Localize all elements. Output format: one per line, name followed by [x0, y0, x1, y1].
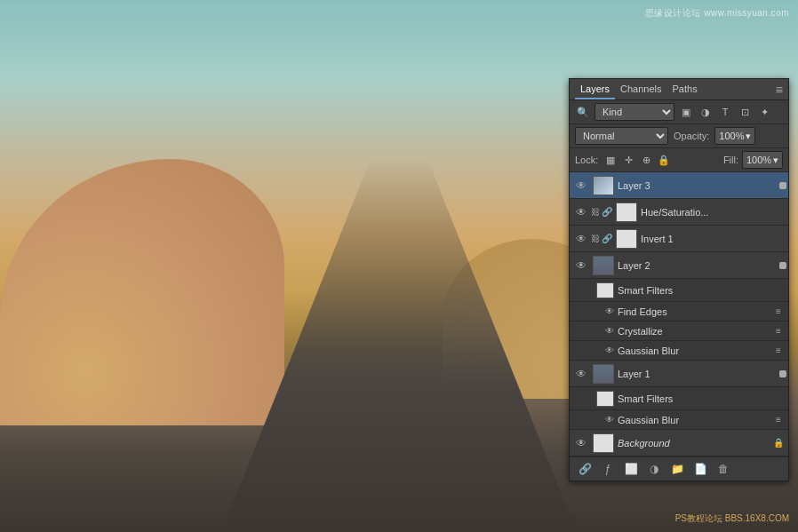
- panel-tab-bar: Layers Channels Paths ≡: [570, 79, 788, 100]
- fill-field[interactable]: 100% ▾: [742, 151, 783, 169]
- lock-artboards-icon[interactable]: ⊕: [639, 153, 653, 167]
- link-layers-icon[interactable]: 🔗: [577, 461, 593, 477]
- thumbnail-layer2: [593, 256, 614, 275]
- thumbnail-background: [593, 433, 614, 453]
- fill-label: Fill:: [723, 155, 738, 165]
- layer-item-smart-filters-2[interactable]: Smart Filters: [570, 279, 788, 302]
- scroll-indicator-layer3: [779, 182, 786, 189]
- visibility-icon-layer2[interactable]: 👁: [573, 258, 589, 274]
- visibility-icon-gaussian-blur-2[interactable]: 👁: [602, 343, 618, 359]
- layer-name-smart-filters-1: Smart Filters: [618, 393, 785, 404]
- thumbnail-hue-sat: [616, 202, 637, 222]
- filter-icons-gaussian-blur-1: ≡: [772, 414, 785, 426]
- layer-name-crystallize: Crystallize: [618, 326, 772, 337]
- fill-section: Fill: 100% ▾: [723, 151, 783, 169]
- layer-item-layer3[interactable]: 👁 Layer 3: [570, 172, 788, 199]
- link-icon-hue-sat: 🔗: [602, 207, 612, 217]
- pixel-layer-icon[interactable]: ▣: [678, 104, 694, 120]
- tab-layers[interactable]: Layers: [575, 80, 615, 99]
- scroll-indicator-layer1: [779, 370, 786, 377]
- watermark-bottom: PS教程论坛 BBS.16X8.COM: [675, 512, 789, 525]
- watermark-top: 思缘设计论坛 www.missyuan.com: [645, 7, 789, 20]
- layer-item-crystallize[interactable]: 👁 Crystallize ≡: [570, 322, 788, 341]
- layers-panel: Layers Channels Paths ≡ 🔍 Kind ▣ ◑ T ⊡ ✦…: [569, 78, 789, 481]
- layer-name-layer2: Layer 2: [618, 260, 785, 271]
- visibility-icon-background[interactable]: 👁: [573, 435, 589, 451]
- smart-object-icon[interactable]: ✦: [756, 104, 772, 120]
- visibility-icon-find-edges[interactable]: 👁: [602, 304, 618, 320]
- shape-layer-icon[interactable]: ⊡: [737, 104, 753, 120]
- layer-item-layer1[interactable]: 👁 Layer 1: [570, 361, 788, 387]
- filter-icons-crystallize: ≡: [772, 325, 785, 337]
- thumbnail-layer3: [593, 176, 614, 195]
- visibility-icon-layer3[interactable]: 👁: [573, 178, 589, 194]
- layer-name-hue-sat: Hue/Saturatio...: [641, 207, 785, 218]
- lock-position-icon[interactable]: ✛: [621, 153, 635, 167]
- thumbnail-layer1: [593, 364, 614, 384]
- add-mask-icon[interactable]: ⬜: [623, 461, 639, 477]
- layer-name-smart-filters-2: Smart Filters: [618, 285, 785, 296]
- layer-name-layer1: Layer 1: [618, 369, 785, 379]
- delete-layer-icon[interactable]: 🗑: [715, 461, 731, 477]
- layer-item-layer2[interactable]: 👁 Layer 2: [570, 252, 788, 279]
- thumbnail-smart-filters-2: [596, 282, 614, 298]
- new-layer-icon[interactable]: 📄: [692, 461, 708, 477]
- layer-name-gaussian-blur-2: Gaussian Blur: [618, 345, 772, 356]
- layer-item-smart-filters-1[interactable]: Smart Filters: [570, 387, 788, 410]
- filter-options-icon-gaussian-blur-1[interactable]: ≡: [772, 414, 785, 426]
- filter-icons-find-edges: ≡: [772, 306, 785, 318]
- opacity-label: Opacity:: [674, 131, 709, 141]
- layer-item-background[interactable]: 👁 Background 🔒: [570, 430, 788, 457]
- visibility-icon-crystallize[interactable]: 👁: [602, 323, 618, 339]
- opacity-field[interactable]: 100% ▾: [714, 127, 755, 145]
- layer-item-gaussian-blur-1[interactable]: 👁 Gaussian Blur ≡: [570, 410, 788, 430]
- filter-kind-row: 🔍 Kind ▣ ◑ T ⊡ ✦: [570, 100, 788, 124]
- layer-name-invert1: Invert 1: [641, 234, 785, 244]
- new-group-icon[interactable]: 📁: [669, 461, 685, 477]
- layers-list: 👁 Layer 3 👁 ⛓ 🔗 Hue/Saturatio... 👁 ⛓ 🔗 I…: [570, 172, 788, 457]
- filter-options-icon-gaussian-blur-2[interactable]: ≡: [772, 345, 785, 357]
- tab-channels[interactable]: Channels: [615, 80, 666, 99]
- lock-pixels-icon[interactable]: ▦: [603, 153, 618, 167]
- lock-icons-group: ▦ ✛ ⊕ 🔒: [603, 153, 671, 167]
- chain-icon-invert1: ⛓: [591, 234, 600, 243]
- visibility-icon-hue-sat[interactable]: 👁: [573, 204, 589, 220]
- kind-select[interactable]: Kind: [595, 103, 674, 121]
- lock-icon-background: 🔒: [772, 437, 785, 449]
- visibility-icon-layer1[interactable]: 👁: [573, 366, 589, 382]
- layer-name-background: Background: [618, 438, 772, 449]
- layer-name-find-edges: Find Edges: [618, 306, 772, 317]
- tab-paths[interactable]: Paths: [667, 80, 703, 99]
- thumbnail-smart-filters-1: [596, 391, 614, 407]
- visibility-icon-invert1[interactable]: 👁: [573, 231, 589, 247]
- blend-opacity-row: Normal Opacity: 100% ▾: [570, 124, 788, 148]
- layer-item-gaussian-blur-2[interactable]: 👁 Gaussian Blur ≡: [570, 341, 788, 361]
- panel-bottom-bar: 🔗 ƒ ⬜ ◑ 📁 📄 🗑: [570, 457, 788, 480]
- layer-name-layer3: Layer 3: [618, 180, 785, 191]
- sand-dune-left: [0, 159, 284, 425]
- adjustment-layer-icon[interactable]: ◑: [698, 104, 714, 120]
- layer-name-gaussian-blur-1: Gaussian Blur: [618, 415, 772, 425]
- layer-item-find-edges[interactable]: 👁 Find Edges ≡: [570, 302, 788, 322]
- visibility-icon-gaussian-blur-1[interactable]: 👁: [602, 412, 618, 428]
- chain-icon-hue-sat: ⛓: [591, 207, 600, 217]
- filter-icons-gaussian-blur-2: ≡: [772, 345, 785, 357]
- type-layer-icon[interactable]: T: [717, 104, 733, 120]
- thumbnail-invert1: [616, 229, 637, 249]
- blend-mode-select[interactable]: Normal: [575, 127, 668, 145]
- panel-bottom-icons: 🔗 ƒ ⬜ ◑ 📁 📄 🗑: [577, 461, 731, 477]
- add-style-icon[interactable]: ƒ: [600, 461, 616, 477]
- scroll-indicator-layer2: [779, 262, 786, 269]
- lock-fill-row: Lock: ▦ ✛ ⊕ 🔒 Fill: 100% ▾: [570, 148, 788, 172]
- lock-label: Lock:: [575, 155, 598, 165]
- search-icon[interactable]: 🔍: [575, 104, 591, 120]
- layer-item-hue-sat[interactable]: 👁 ⛓ 🔗 Hue/Saturatio...: [570, 199, 788, 226]
- new-fill-adjustment-icon[interactable]: ◑: [646, 461, 662, 477]
- lock-all-icon[interactable]: 🔒: [657, 153, 671, 167]
- lock-icons-background: 🔒: [772, 437, 785, 449]
- layer-item-invert1[interactable]: 👁 ⛓ 🔗 Invert 1: [570, 226, 788, 252]
- filter-options-icon-find-edges[interactable]: ≡: [772, 306, 785, 318]
- panel-menu-icon[interactable]: ≡: [776, 83, 783, 97]
- filter-options-icon-crystallize[interactable]: ≡: [772, 325, 785, 337]
- link-icon-invert1: 🔗: [602, 234, 612, 243]
